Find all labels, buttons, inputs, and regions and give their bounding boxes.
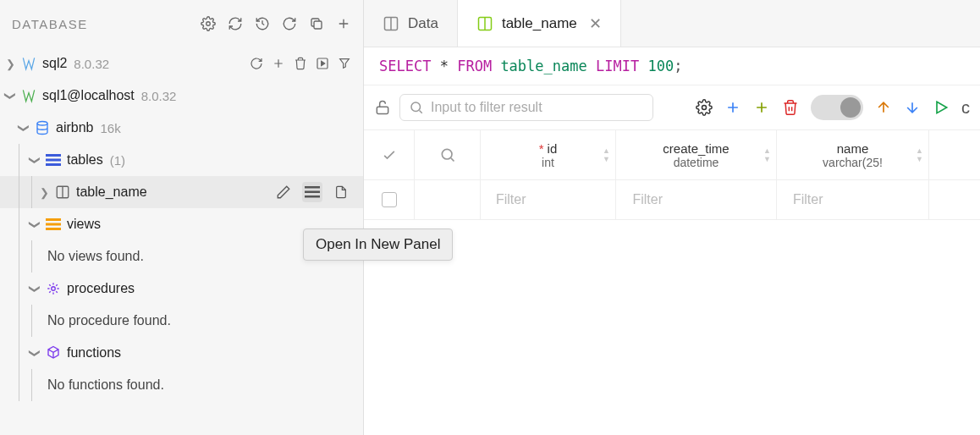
- edit-icon[interactable]: [273, 182, 294, 202]
- gear-icon[interactable]: [201, 16, 216, 31]
- search-column-header[interactable]: [415, 130, 481, 179]
- delete-icon[interactable]: [782, 99, 799, 116]
- plus-icon[interactable]: [272, 57, 285, 70]
- column-name: create_time: [663, 141, 729, 156]
- add-column-icon[interactable]: [753, 99, 770, 116]
- procedures-label: procedures: [67, 281, 135, 296]
- row-checkbox-cell[interactable]: [364, 180, 415, 219]
- connection-version: 8.0.32: [141, 89, 177, 103]
- sql-limit-n: 100: [647, 58, 674, 74]
- toggle-switch[interactable]: [811, 95, 863, 120]
- filter-input[interactable]: [487, 192, 608, 207]
- panel-icon: [476, 15, 493, 32]
- checkbox[interactable]: [382, 192, 397, 207]
- open-panel-icon[interactable]: [302, 182, 322, 202]
- table-filter-row: [364, 180, 980, 220]
- table-name: table_name: [76, 184, 147, 200]
- sort-arrows-icon[interactable]: ▲▼: [603, 146, 610, 163]
- functions-label: functions: [67, 345, 121, 361]
- filter-input[interactable]: [785, 192, 921, 207]
- svg-point-14: [52, 287, 56, 291]
- sql-semicolon: ;: [674, 58, 682, 74]
- reload-icon[interactable]: [250, 57, 263, 70]
- tab-data[interactable]: Data: [364, 0, 458, 47]
- chevron-down-icon[interactable]: ❯: [29, 153, 41, 167]
- procedures-icon: [45, 280, 62, 297]
- connection-sql2[interactable]: ❯ sql2 8.0.32: [0, 47, 363, 80]
- chevron-right-icon[interactable]: ❯: [37, 186, 51, 199]
- add-row-icon[interactable]: [724, 99, 741, 116]
- svg-rect-8: [305, 186, 320, 189]
- svg-point-0: [206, 22, 211, 26]
- sidebar-header: DATABASE: [0, 0, 363, 47]
- tables-group[interactable]: ❯ tables (1): [0, 144, 363, 176]
- chevron-down-icon[interactable]: ❯: [29, 346, 41, 360]
- unlock-icon[interactable]: [374, 99, 391, 116]
- history-icon[interactable]: [255, 16, 270, 31]
- document-icon[interactable]: [331, 182, 351, 202]
- database-airbnb[interactable]: ❯ airbnb 16k: [0, 112, 363, 144]
- filter-input[interactable]: [624, 192, 768, 207]
- sql-limit: LIMIT: [596, 58, 639, 74]
- functions-icon: [45, 344, 62, 361]
- chevron-right-icon[interactable]: ❯: [3, 58, 17, 70]
- tables-count: (1): [110, 153, 125, 168]
- tab-table-name[interactable]: table_name ✕: [458, 0, 621, 47]
- table-row-actions: [273, 182, 355, 202]
- filter-icon[interactable]: [338, 57, 351, 70]
- connection-version: 8.0.32: [74, 57, 109, 71]
- arrow-up-icon[interactable]: [875, 99, 892, 116]
- search-icon: [409, 100, 424, 115]
- filter-cell-name[interactable]: [777, 180, 929, 219]
- tab-label: Data: [408, 15, 438, 32]
- filter-cell-id[interactable]: [481, 180, 616, 219]
- tooltip: Open In New Panel: [303, 229, 453, 261]
- chevron-down-icon[interactable]: ❯: [4, 89, 17, 102]
- functions-empty: No functions found.: [0, 369, 363, 401]
- more-icon[interactable]: c: [961, 98, 970, 118]
- table-header: *id int ▲▼ create_time datetime ▲▼ name …: [364, 130, 980, 180]
- column-type: datetime: [674, 156, 719, 169]
- svg-rect-1: [314, 21, 322, 29]
- filter-result-box[interactable]: [399, 94, 653, 121]
- chevron-down-icon[interactable]: ❯: [29, 282, 41, 295]
- sql-select: SELECT: [379, 58, 431, 74]
- refresh-icon[interactable]: [228, 16, 243, 31]
- trash-icon[interactable]: [294, 57, 307, 70]
- column-name: name: [837, 141, 869, 156]
- table-icon: [54, 184, 71, 201]
- arrow-down-icon[interactable]: [904, 99, 921, 116]
- sql-star: *: [440, 58, 449, 74]
- procedures-group[interactable]: ❯ procedures: [0, 273, 363, 305]
- column-header-create-time[interactable]: create_time datetime ▲▼: [616, 130, 777, 179]
- tabs: Data table_name ✕: [364, 0, 980, 47]
- reload-icon[interactable]: [282, 16, 297, 31]
- table-item[interactable]: ❯ table_name: [0, 176, 363, 208]
- tables-label: tables: [67, 152, 103, 168]
- run-icon[interactable]: [316, 57, 329, 70]
- close-icon[interactable]: ✕: [589, 14, 602, 33]
- required-marker: *: [539, 141, 544, 156]
- filter-cell-create-time[interactable]: [616, 180, 777, 219]
- column-header-name[interactable]: name varchar(25! ▲▼: [777, 130, 929, 179]
- select-all-header[interactable]: [364, 130, 415, 179]
- functions-group[interactable]: ❯ functions: [0, 337, 363, 369]
- svg-rect-4: [46, 154, 61, 157]
- play-icon[interactable]: [933, 99, 950, 116]
- chevron-down-icon[interactable]: ❯: [18, 121, 30, 135]
- database-connection-icon: [20, 55, 37, 72]
- views-icon: [45, 216, 62, 233]
- copy-icon[interactable]: [309, 16, 324, 31]
- filter-result-input[interactable]: [431, 100, 600, 115]
- gear-icon[interactable]: [696, 99, 713, 116]
- connection-name: sql1@localhost: [42, 88, 135, 103]
- column-header-id[interactable]: *id int ▲▼: [481, 130, 616, 179]
- views-label: views: [67, 217, 101, 232]
- sort-arrows-icon[interactable]: ▲▼: [916, 146, 923, 163]
- plus-icon[interactable]: [336, 16, 351, 31]
- connection-sql1[interactable]: ❯ sql1@localhost 8.0.32: [0, 80, 363, 112]
- connection-name: sql2: [42, 56, 67, 71]
- sort-arrows-icon[interactable]: ▲▼: [763, 146, 771, 163]
- toolbar-icons: c: [696, 95, 970, 120]
- chevron-down-icon[interactable]: ❯: [29, 218, 41, 231]
